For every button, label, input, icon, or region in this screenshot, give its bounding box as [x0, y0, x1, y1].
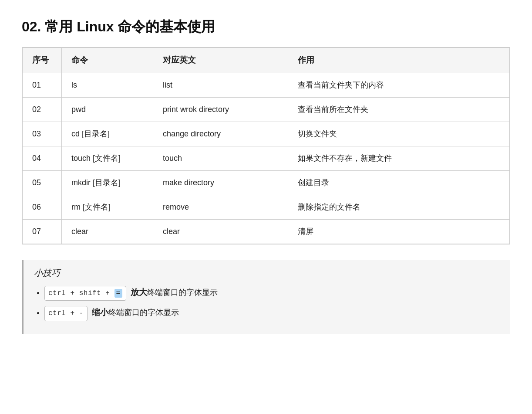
table-row: 04touch [文件名]touch如果文件不存在，新建文件: [23, 146, 510, 170]
table-cell: rm [文件名]: [62, 195, 153, 219]
table-cell: pwd: [62, 97, 153, 122]
table-cell: clear: [153, 219, 288, 244]
kbd-highlight-equal: =: [114, 289, 122, 298]
table-cell: remove: [153, 195, 288, 219]
col-header-cmd: 命令: [62, 48, 153, 73]
table-cell: 04: [23, 146, 62, 170]
table-row: 01lslist查看当前文件夹下的内容: [23, 73, 510, 97]
table-cell: 如果文件不存在，新建文件: [288, 146, 510, 170]
tip-title: 小技巧: [34, 267, 500, 279]
table-cell: 06: [23, 195, 62, 219]
table-cell: 05: [23, 170, 62, 195]
tip-text-zoom-in: 终端窗口的字体显示: [147, 288, 218, 297]
tip-list: ctrl + shift + = 放大终端窗口的字体显示 ctrl + - 缩小…: [34, 285, 500, 322]
table-cell: 切换文件夹: [288, 122, 510, 146]
table-row: 03cd [目录名]change directory切换文件夹: [23, 122, 510, 146]
list-item: ctrl + shift + = 放大终端窗口的字体显示: [44, 285, 500, 301]
table-cell: 查看当前所在文件夹: [288, 97, 510, 122]
table-cell: 07: [23, 219, 62, 244]
table-cell: print wrok directory: [153, 97, 288, 122]
table-header-row: 序号 命令 对应英文 作用: [23, 48, 510, 73]
col-header-num: 序号: [23, 48, 62, 73]
table-cell: 03: [23, 122, 62, 146]
table-cell: change directory: [153, 122, 288, 146]
table-cell: 查看当前文件夹下的内容: [288, 73, 510, 97]
kbd-shortcut-zoom-in: ctrl + shift + =: [44, 286, 126, 301]
table-cell: touch: [153, 146, 288, 170]
col-header-eng: 对应英文: [153, 48, 288, 73]
table-cell: 清屏: [288, 219, 510, 244]
table-cell: 创建目录: [288, 170, 510, 195]
page-title: 02. 常用 Linux 命令的基本使用: [22, 17, 510, 37]
table-row: 05mkdir [目录名]make directory创建目录: [23, 170, 510, 195]
table-cell: 02: [23, 97, 62, 122]
table-row: 07clearclear清屏: [23, 219, 510, 244]
table-cell: cd [目录名]: [62, 122, 153, 146]
table-cell: make directory: [153, 170, 288, 195]
list-item: ctrl + - 缩小终端窗口的字体显示: [44, 305, 500, 321]
table-cell: 01: [23, 73, 62, 97]
col-header-use: 作用: [288, 48, 510, 73]
kbd-shortcut-zoom-out: ctrl + -: [44, 306, 88, 321]
table-cell: touch [文件名]: [62, 146, 153, 170]
tip-bold-zoom-in: 放大: [131, 288, 147, 297]
tip-box: 小技巧 ctrl + shift + = 放大终端窗口的字体显示 ctrl + …: [22, 260, 510, 335]
tip-bold-zoom-out: 缩小: [92, 308, 108, 317]
table-cell: list: [153, 73, 288, 97]
table-cell: clear: [62, 219, 153, 244]
table-row: 02pwdprint wrok directory查看当前所在文件夹: [23, 97, 510, 122]
tip-text-zoom-out: 终端窗口的字体显示: [108, 308, 179, 317]
table-cell: mkdir [目录名]: [62, 170, 153, 195]
table-cell: 删除指定的文件名: [288, 195, 510, 219]
table-row: 06rm [文件名]remove删除指定的文件名: [23, 195, 510, 219]
linux-commands-table: 序号 命令 对应英文 作用 01lslist查看当前文件夹下的内容02pwdpr…: [22, 47, 510, 244]
table-cell: ls: [62, 73, 153, 97]
